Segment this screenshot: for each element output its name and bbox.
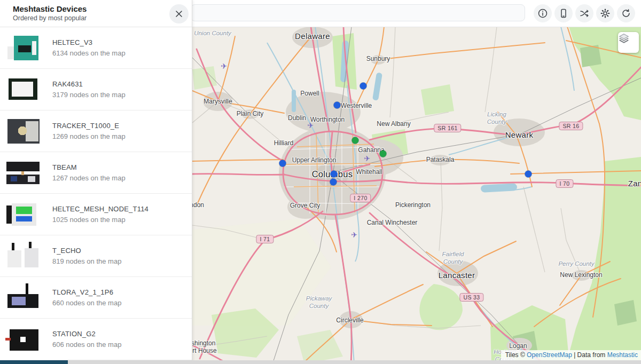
map-label: London bbox=[192, 201, 204, 209]
devices-panel: Meshtastic Devices Ordered by most popul… bbox=[0, 0, 192, 364]
map-label: Powell bbox=[300, 90, 319, 97]
close-panel-button[interactable] bbox=[169, 4, 189, 23]
airport-icon: ✈ bbox=[221, 62, 227, 70]
road-shield: I 71 bbox=[256, 235, 273, 243]
map-label: Worthington bbox=[310, 116, 345, 123]
device-name: RAK4631 bbox=[52, 80, 126, 88]
map-label: New Lexington bbox=[560, 271, 602, 279]
node-marker-blue[interactable] bbox=[334, 102, 341, 109]
device-node-count: 819 nodes on the map bbox=[52, 257, 121, 265]
map-label: Washington Court House bbox=[192, 339, 217, 354]
device-list-item[interactable]: RAK46313179 nodes on the map bbox=[0, 69, 192, 110]
map-label: Newark bbox=[505, 130, 534, 139]
device-node-count: 1025 nodes on the map bbox=[52, 216, 148, 224]
device-list-item[interactable]: TBEAM1267 nodes on the map bbox=[0, 152, 192, 194]
search-input[interactable] bbox=[191, 4, 525, 21]
device-name: TBEAM bbox=[52, 163, 126, 171]
map-label: Pataskala bbox=[426, 156, 455, 163]
node-marker-blue[interactable] bbox=[525, 171, 532, 178]
map-label: Whitehall bbox=[356, 168, 382, 176]
map-label: Logan bbox=[509, 342, 527, 350]
openstreetmap-link[interactable]: OpenStreetMap bbox=[527, 351, 572, 359]
device-node-count: 3179 nodes on the map bbox=[52, 91, 126, 99]
device-image bbox=[4, 34, 43, 62]
layers-icon bbox=[618, 32, 630, 44]
device-image bbox=[4, 242, 43, 271]
info-button[interactable] bbox=[534, 4, 552, 22]
road-shield: I 270 bbox=[350, 194, 371, 202]
horizontal-scrollbar-thumb[interactable] bbox=[0, 360, 68, 364]
device-texts: RAK46313179 nodes on the map bbox=[52, 80, 126, 99]
panel-subtitle: Ordered by most popular bbox=[13, 14, 192, 22]
device-image bbox=[4, 159, 43, 187]
attribution-data-text: | Data from bbox=[572, 351, 607, 359]
map-label: Hilliard bbox=[274, 139, 294, 147]
map-overlays: Union CountyDelawareSunburyMarysvillePow… bbox=[192, 27, 641, 364]
device-list-item[interactable]: HELTEC_V36134 nodes on the map bbox=[0, 27, 192, 69]
refresh-button[interactable] bbox=[617, 4, 635, 22]
map-label: Sunbury bbox=[366, 55, 390, 62]
device-texts: HELTEC_MESH_NODE_T1141025 nodes on the m… bbox=[52, 205, 148, 224]
layers-button[interactable] bbox=[618, 32, 639, 53]
device-node-count: 606 nodes on the map bbox=[52, 341, 121, 349]
horizontal-scrollbar[interactable] bbox=[0, 360, 641, 364]
device-list-item[interactable]: TLORA_V2_1_1P6660 nodes on the map bbox=[0, 277, 192, 319]
device-name: TLORA_V2_1_1P6 bbox=[52, 288, 121, 296]
node-marker-green[interactable] bbox=[380, 151, 387, 157]
node-marker-blue[interactable] bbox=[330, 179, 337, 186]
map-label: Plain City bbox=[237, 110, 264, 117]
device-list: HELTEC_V36134 nodes on the mapRAK4631317… bbox=[0, 27, 192, 364]
map-label: Lancaster bbox=[439, 271, 475, 280]
node-marker-green[interactable] bbox=[352, 137, 359, 144]
map-label: Fairfield County bbox=[442, 251, 464, 266]
settings-icon bbox=[600, 8, 611, 19]
device-image bbox=[4, 75, 43, 104]
meshtastic-link[interactable]: Meshtastic bbox=[607, 351, 638, 359]
device-image bbox=[4, 325, 43, 354]
map-label: Canal Winchester bbox=[367, 219, 418, 226]
device-image bbox=[4, 117, 43, 146]
close-icon bbox=[175, 10, 183, 18]
info-icon bbox=[537, 8, 548, 19]
map-label: Delaware bbox=[295, 31, 330, 41]
map-label: Grove City bbox=[290, 202, 320, 209]
device-name: HELTEC_MESH_NODE_T114 bbox=[52, 205, 148, 213]
refresh-icon bbox=[621, 8, 631, 19]
map-label: Upper Arlington bbox=[292, 156, 337, 164]
device-texts: TRACKER_T1000_E1269 nodes on the map bbox=[52, 122, 126, 140]
device-list-item[interactable]: STATION_G2606 nodes on the map bbox=[0, 319, 192, 360]
map-label: Marysville bbox=[204, 98, 232, 105]
road-shield: SR 161 bbox=[434, 124, 461, 132]
map-label: Licking County bbox=[487, 111, 506, 126]
settings-button[interactable] bbox=[596, 4, 614, 22]
shuffle-button[interactable] bbox=[575, 4, 593, 22]
map-label: Zanesville bbox=[628, 179, 641, 188]
airport-icon: ✈ bbox=[351, 231, 357, 239]
map[interactable]: Union CountyDelawareSunburyMarysvillePow… bbox=[192, 27, 641, 364]
map-label: New Albany bbox=[377, 120, 410, 128]
road-shield: SR 16 bbox=[559, 122, 583, 130]
devices-panel-header: Meshtastic Devices Ordered by most popul… bbox=[0, 0, 192, 27]
map-label: Perry County bbox=[558, 260, 594, 268]
device-texts: STATION_G2606 nodes on the map bbox=[52, 330, 121, 349]
device-list-item[interactable]: T_ECHO819 nodes on the map bbox=[0, 235, 192, 277]
phone-button[interactable] bbox=[554, 4, 573, 22]
road-shield: US 33 bbox=[459, 293, 483, 302]
device-texts: TLORA_V2_1_1P6660 nodes on the map bbox=[52, 288, 121, 307]
node-marker-blue[interactable] bbox=[331, 171, 338, 178]
toolbar-buttons bbox=[534, 4, 635, 22]
device-list-item[interactable]: HELTEC_MESH_NODE_T1141025 nodes on the m… bbox=[0, 194, 192, 235]
device-list-item[interactable]: TRACKER_T1000_E1269 nodes on the map bbox=[0, 110, 192, 152]
device-node-count: 6134 nodes on the map bbox=[52, 49, 126, 57]
device-image bbox=[4, 200, 43, 229]
device-texts: TBEAM1267 nodes on the map bbox=[52, 163, 126, 182]
shuffle-icon bbox=[579, 8, 590, 19]
map-label: Pickaway County bbox=[306, 295, 332, 310]
map-attribution: Tiles © OpenStreetMap | Data from Meshta… bbox=[501, 350, 641, 360]
node-marker-blue[interactable] bbox=[279, 160, 286, 167]
airport-icon: ✈ bbox=[307, 121, 314, 130]
node-marker-blue[interactable] bbox=[360, 83, 367, 90]
attribution-tiles-text: Tiles © bbox=[505, 351, 527, 359]
map-label: Circleville bbox=[336, 316, 363, 324]
device-texts: T_ECHO819 nodes on the map bbox=[52, 247, 121, 265]
